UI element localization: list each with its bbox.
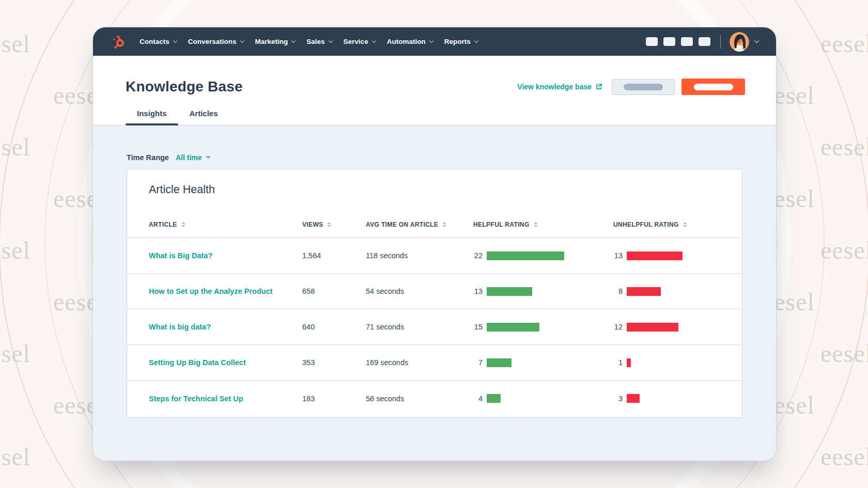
background-watermark: eesel (0, 29, 30, 58)
page: { "page": { "watermark_text": "eesel" },… (0, 0, 868, 488)
background-watermark: eesel (0, 133, 30, 161)
article-cell: What is Big Data? (149, 251, 302, 260)
unhelpful-rating-cell: 8 (613, 287, 742, 296)
chevron-down-icon (328, 39, 332, 43)
page-header: Knowledge Base View knowledge base Insig… (93, 56, 776, 125)
column-label: AVG TIME ON ARTICLE (366, 221, 438, 228)
time-range-label: Time Range (127, 153, 169, 162)
nav-divider (720, 35, 721, 49)
nav-item-label: Marketing (255, 38, 288, 45)
unhelpful-rating-bar (627, 251, 683, 260)
nav-item-service[interactable]: Service (338, 35, 381, 49)
article-link[interactable]: Setting Up Big Data Collect (149, 358, 246, 367)
hubspot-logo-icon[interactable] (112, 35, 126, 49)
primary-button-redacted[interactable] (681, 78, 745, 95)
article-link[interactable]: How to Set up the Analyze Product (149, 287, 273, 295)
nav-item-automation[interactable]: Automation (381, 35, 439, 49)
time-range-filter: Time Range All time (127, 153, 776, 162)
view-knowledge-base-link[interactable]: View knowledge base (517, 83, 602, 91)
unhelpful-rating-cell: 12 (613, 323, 742, 332)
helpful-rating-value: 4 (473, 395, 483, 403)
column-header-avg-time-on-article[interactable]: AVG TIME ON ARTICLE (366, 221, 473, 228)
nav-item-contacts[interactable]: Contacts (134, 35, 182, 49)
tabs: InsightsArticles (126, 109, 745, 125)
background-watermark: eesel (0, 443, 30, 471)
column-header-article[interactable]: ARTICLE (149, 221, 302, 228)
column-label: HELPFUL RATING (473, 221, 530, 228)
time-range-caret-icon[interactable] (206, 156, 211, 159)
nav-icon-placeholder[interactable] (681, 37, 693, 46)
helpful-rating-value: 7 (473, 358, 483, 367)
nav-icon-placeholder[interactable] (699, 37, 710, 46)
table-header-row: ARTICLEVIEWSAVG TIME ON ARTICLEHELPFUL R… (127, 221, 742, 238)
nav-item-marketing[interactable]: Marketing (250, 35, 301, 49)
nav-item-label: Automation (387, 38, 426, 45)
app-window: ContactsConversationsMarketingSalesServi… (93, 27, 776, 461)
view-knowledge-base-label: View knowledge base (517, 83, 592, 91)
background-watermark: eesel (0, 236, 30, 264)
nav-item-sales[interactable]: Sales (301, 35, 337, 49)
helpful-rating-value: 13 (473, 287, 483, 295)
unhelpful-rating-value: 8 (613, 287, 623, 295)
nav-item-conversations[interactable]: Conversations (182, 35, 250, 49)
table-body: What is Big Data?1,564118 seconds2213How… (127, 238, 742, 416)
unhelpful-rating-cell: 1 (613, 358, 742, 367)
nav-icon-placeholder[interactable] (663, 37, 675, 46)
nav-item-reports[interactable]: Reports (439, 35, 484, 49)
unhelpful-rating-bar (627, 323, 678, 332)
views-value: 1,564 (302, 251, 366, 260)
sort-icon[interactable] (534, 222, 538, 227)
time-range-value[interactable]: All time (176, 153, 202, 162)
unhelpful-rating-cell: 13 (613, 251, 742, 260)
article-cell: How to Set up the Analyze Product (149, 287, 302, 295)
article-link[interactable]: What is Big Data? (149, 251, 212, 260)
user-avatar[interactable] (730, 32, 749, 52)
helpful-rating-value: 22 (473, 251, 483, 260)
table-row: Steps for Technical Set Up18358 seconds4… (127, 381, 742, 416)
nav-item-label: Contacts (140, 38, 169, 45)
nav-item-label: Reports (444, 38, 471, 45)
tab-insights[interactable]: Insights (126, 109, 178, 125)
avg-time-value: 71 seconds (366, 323, 473, 331)
secondary-button-redacted[interactable] (612, 79, 675, 95)
background-watermark: eesel (820, 29, 868, 58)
views-value: 353 (302, 358, 366, 367)
article-link[interactable]: Steps for Technical Set Up (149, 395, 243, 403)
avg-time-value: 118 seconds (366, 251, 473, 260)
table-row: How to Set up the Analyze Product65854 s… (127, 274, 742, 309)
sort-icon[interactable] (442, 222, 446, 227)
article-link[interactable]: What is big data? (149, 323, 211, 331)
sort-icon[interactable] (181, 222, 185, 227)
helpful-rating-bar (487, 358, 512, 367)
chevron-down-icon (173, 39, 177, 43)
avatar-chevron-down-icon[interactable] (754, 38, 760, 43)
sort-icon[interactable] (683, 222, 687, 227)
column-label: ARTICLE (149, 221, 177, 228)
background-watermark: eesel (820, 339, 868, 368)
article-cell: Setting Up Big Data Collect (149, 358, 302, 367)
views-value: 658 (302, 287, 366, 295)
column-header-helpful-rating[interactable]: HELPFUL RATING (473, 221, 613, 228)
unhelpful-rating-bar (627, 358, 631, 367)
redacted-label-pill (624, 84, 663, 90)
top-nav: ContactsConversationsMarketingSalesServi… (93, 27, 776, 56)
article-cell: Steps for Technical Set Up (149, 395, 302, 403)
column-header-views[interactable]: VIEWS (302, 221, 366, 228)
helpful-rating-cell: 4 (473, 394, 613, 403)
article-cell: What is big data? (149, 323, 302, 331)
unhelpful-rating-value: 12 (613, 323, 623, 331)
table-row: Setting Up Big Data Collect353169 second… (127, 345, 742, 381)
chevron-down-icon (371, 39, 376, 43)
article-health-card: Article Health ARTICLEVIEWSAVG TIME ON A… (127, 169, 742, 418)
background-watermark: eesel (820, 236, 868, 264)
sort-icon[interactable] (327, 222, 331, 227)
nav-placeholder-icons (640, 37, 710, 46)
unhelpful-rating-cell: 3 (613, 394, 742, 403)
unhelpful-rating-bar (627, 287, 661, 296)
unhelpful-rating-bar (627, 394, 640, 403)
tab-articles[interactable]: Articles (178, 109, 229, 125)
helpful-rating-cell: 22 (473, 251, 613, 260)
nav-icon-placeholder[interactable] (646, 37, 658, 46)
column-header-unhelpful-rating[interactable]: UNHELPFUL RATING (613, 221, 742, 228)
table-row: What is big data?64071 seconds1512 (127, 309, 742, 345)
